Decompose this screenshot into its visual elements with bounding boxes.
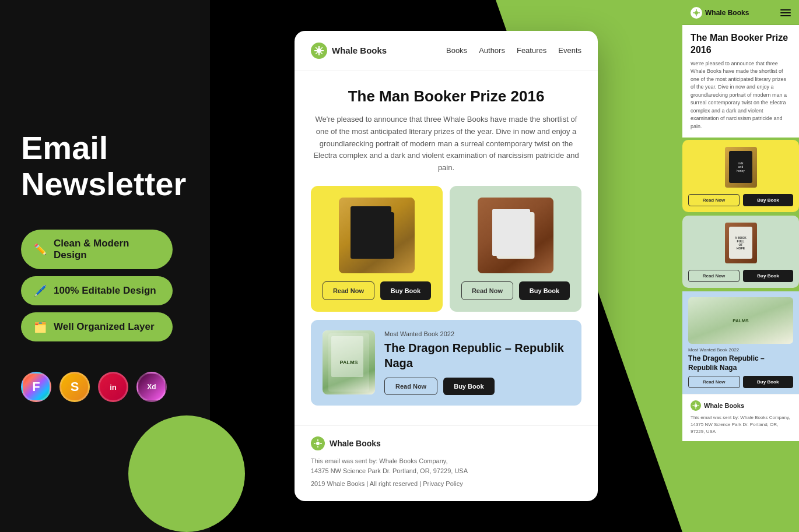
email-card: Whale Books Books Authors Features Event… [295,31,598,501]
svg-line-8 [316,52,317,54]
footer-logo-icon [311,436,325,450]
footer-copyright: 2019 Whale Books | All right reserved | … [311,480,581,487]
feature-clean: ✏️ Clean & Modern Design [21,230,173,269]
footer-brand: Whale Books [330,439,381,448]
book-2-buttons: Read Now Buy Book [461,281,570,300]
right-footer-brand: Whale Books [704,402,744,409]
svg-point-14 [695,11,698,15]
invision-icon[interactable]: in [98,372,128,402]
right-featured-tag: Most Wanted Book 2022 [688,347,793,353]
email-body: The Man Booker Prize 2016 We're pleased … [295,71,598,425]
sketch-icon[interactable]: S [59,372,90,402]
layers-icon: 🗂️ [34,320,47,333]
svg-point-19 [695,404,698,407]
right-featured-read[interactable]: Read Now [688,376,740,388]
logo-icon [311,43,327,59]
right-book-2-read[interactable]: Read Now [688,270,740,282]
hamburger-menu[interactable] [780,9,791,16]
logo-area: Whale Books [311,43,387,59]
feature-editable: 🖊️ 100% Editable Design [21,276,173,305]
right-footer-address: This email was sent by: Whale Books Comp… [691,414,791,435]
books-grid: milkandhoney Read Now Buy Book A BOOKFUL… [311,186,581,312]
right-brand: Whale Books [705,9,749,17]
footer-address: This email was sent by: Whale Books Comp… [311,456,581,477]
right-content: The Man Booker Prize 2016 We're pleased … [682,25,799,138]
svg-line-7 [321,47,323,49]
right-book-1-btns: Read Now Buy Book [682,189,799,212]
feature-layers: 🗂️ Well Organized Layer [21,312,173,341]
left-panel: Email Newsletter ✏️ Clean & Modern Desig… [0,0,210,532]
right-featured-buy[interactable]: Buy Book [743,376,794,388]
email-hero-title: The Man Booker Prize 2016 [311,87,581,105]
email-footer: Whale Books This email was sent by: Whal… [295,425,598,501]
book-2-read-btn[interactable]: Read Now [461,281,513,300]
book-1-buttons: Read Now Buy Book [323,281,431,300]
right-panel: Whale Books The Man Booker Prize 2016 We… [682,0,799,532]
featured-book: PALMS Most Wanted Book 2022 The Dragon R… [311,320,581,406]
main-title: Email Newsletter [21,130,189,202]
featured-buttons: Read Now Buy Book [384,378,570,395]
feature-clean-label: Clean & Modern Design [54,238,160,261]
svg-line-5 [316,47,317,49]
right-logo-icon [691,7,702,19]
featured-buy-btn[interactable]: Buy Book [443,378,494,395]
feature-layers-label: Well Organized Layer [54,321,155,333]
right-book-2-btns: Read Now Buy Book [682,265,799,288]
svg-point-0 [317,48,321,53]
book-card-2: A BOOKFULLOFHOPE Read Now Buy Book [450,186,581,312]
email-header: Whale Books Books Authors Features Event… [295,31,598,71]
featured-tag: Most Wanted Book 2022 [384,330,570,337]
clean-icon: ✏️ [34,243,47,256]
right-header: Whale Books [682,0,799,25]
featured-book-cover: PALMS [323,330,375,394]
svg-point-9 [316,442,320,445]
right-featured-img: PALMS [688,297,793,344]
right-book-img-1: milkandhoney [682,140,799,189]
right-footer: Whale Books This email was sent by: Whal… [682,394,799,441]
footer-logo: Whale Books [311,436,581,450]
figma-icon[interactable]: F [21,372,51,402]
book-cover-1: milkandhoney [339,198,415,273]
nav-events[interactable]: Events [558,46,581,55]
right-book-img-2: A BOOKFULLOFHOPE [682,216,799,265]
right-logo: Whale Books [691,7,749,19]
right-book-1-read[interactable]: Read Now [688,194,740,206]
book-cover-2: A BOOKFULLOFHOPE [478,198,553,273]
nav-authors[interactable]: Authors [479,46,505,55]
book-card-1: milkandhoney Read Now Buy Book [311,186,443,312]
nav-features[interactable]: Features [517,46,546,55]
nav-books[interactable]: Books [446,46,467,55]
feature-editable-label: 100% Editable Design [54,285,156,297]
right-hero-desc: We're pleased to announce that three Wha… [691,60,791,131]
right-featured-title: The Dragon Republic – Republik Naga [688,354,793,372]
book-1-read-btn[interactable]: Read Now [323,281,374,300]
book-1-buy-btn[interactable]: Buy Book [380,281,431,300]
nav-links: Books Authors Features Events [446,46,581,55]
email-hero-desc: We're pleased to announce that three Wha… [311,114,581,174]
right-hero-title: The Man Booker Prize 2016 [691,32,791,57]
middle-panel: Whale Books Books Authors Features Event… [210,0,682,532]
featured-book-info: Most Wanted Book 2022 The Dragon Republi… [384,330,570,395]
svg-line-6 [321,52,323,54]
editable-icon: 🖊️ [34,284,47,297]
right-featured-btns: Read Now Buy Book [688,376,793,388]
right-featured: PALMS Most Wanted Book 2022 The Dragon R… [682,291,799,394]
brand-name: Whale Books [332,45,387,55]
right-footer-logo-icon [691,400,701,411]
right-book-card-2: A BOOKFULLOFHOPE Read Now Buy Book [682,216,799,288]
right-book-1-buy[interactable]: Buy Book [743,194,793,206]
right-book-2-buy[interactable]: Buy Book [743,270,793,282]
featured-read-btn[interactable]: Read Now [384,378,437,395]
right-book-card-1: milkandhoney Read Now Buy Book [682,140,799,212]
featured-title: The Dragon Republic – Republik Naga [384,340,570,371]
right-footer-logo: Whale Books [691,400,791,411]
book-2-buy-btn[interactable]: Buy Book [519,281,570,300]
xd-icon[interactable]: Xd [136,372,167,402]
tool-icons: F S in Xd [21,372,189,402]
